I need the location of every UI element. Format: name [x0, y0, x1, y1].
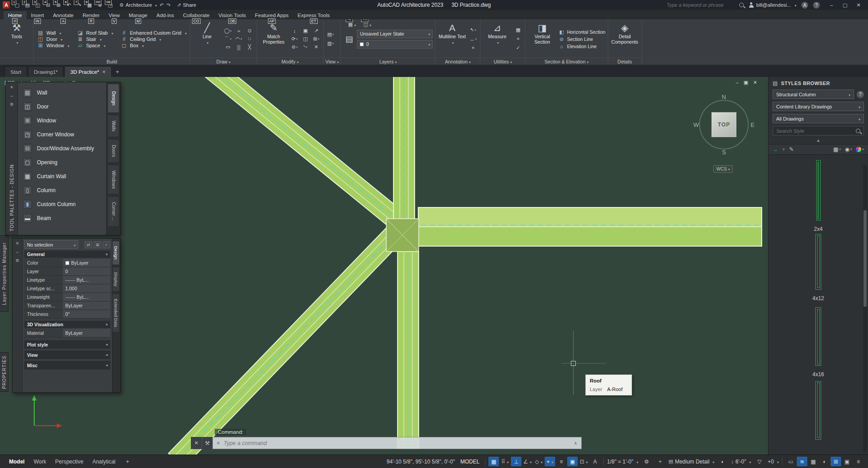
help-icon[interactable]: ? — [813, 2, 820, 9]
center-mark-icon[interactable]: ⌖ — [468, 44, 478, 52]
account-menu[interactable]: bill@allendesi... — [749, 2, 796, 8]
window-button[interactable]: ⊞Window — [36, 42, 70, 49]
section-misc[interactable]: Misc◂ — [24, 361, 110, 369]
style-type-dropdown[interactable]: Structural Column — [773, 90, 854, 99]
layout-tab-work[interactable]: Work — [29, 459, 51, 465]
close-icon[interactable]: ✕ — [102, 70, 106, 74]
dimension-icon[interactable]: ↔ — [468, 35, 478, 43]
arc-icon[interactable]: ⌒ — [223, 35, 233, 43]
save-icon[interactable]: ◫3 — [33, 1, 42, 9]
box-button[interactable]: ◻Box — [119, 42, 187, 49]
add-style-icon[interactable]: + — [782, 146, 785, 153]
qat-extra-icon-2[interactable]: ◳08 — [106, 1, 115, 9]
workspace-switching-icon[interactable]: ▭ — [786, 457, 796, 466]
stair-button[interactable]: ≣Stair — [76, 36, 114, 42]
layer-properties-manager-tab[interactable]: Layer Properties Manager — [0, 235, 9, 312]
new-drawing-button[interactable]: + — [113, 66, 122, 77]
copy-icon[interactable]: ▣ — [301, 27, 310, 35]
stretch-icon[interactable]: ↗ — [312, 27, 321, 35]
palette-tab-doors[interactable]: Doors — [108, 139, 119, 163]
layout-tab-model[interactable]: Model — [5, 459, 29, 465]
customization-icon[interactable]: ≡ — [853, 457, 863, 466]
panel-label-section[interactable]: Section & Elevation — [525, 58, 607, 65]
section-view[interactable]: View◂ — [24, 351, 110, 359]
horizontal-section-button[interactable]: ◧Horizontal Section — [558, 29, 605, 35]
palette-tab-corner[interactable]: Corner ... — [108, 196, 119, 227]
door-button[interactable]: ◫Door — [36, 36, 70, 42]
prop-layer[interactable]: Layer 0 — [24, 267, 110, 276]
donut-icon[interactable]: ⊙ — [245, 27, 254, 35]
roof-slab-button[interactable]: ◪Roof Slab — [76, 30, 114, 36]
close-icon[interactable]: ✕ — [14, 241, 21, 246]
style-search-field[interactable] — [773, 126, 864, 135]
tab-annotate[interactable]: AnnotateA — [48, 11, 78, 19]
select-objects-icon[interactable]: ⊞ — [94, 241, 101, 248]
new-layout-button[interactable]: + — [123, 458, 132, 465]
display-configuration-button[interactable]: ▤Medium Detail — [669, 459, 714, 465]
mirror-icon[interactable]: ◫ — [301, 35, 310, 43]
section-plot-style[interactable]: Plot style◂ — [24, 340, 110, 349]
transparency-icon[interactable]: ▣ — [567, 457, 578, 466]
3d-visualization-section-header[interactable]: 3D Visualization▾ — [24, 321, 110, 328]
rectangle-icon[interactable]: ▭ — [223, 43, 233, 51]
filter-icon[interactable]: ▽ — [754, 457, 764, 466]
model-space-button[interactable]: MODEL — [458, 459, 482, 465]
tools-button[interactable]: ⚒ Tools — [2, 21, 31, 57]
vertical-section-button[interactable]: ◨ Vertical Section — [528, 21, 556, 57]
styles-scrollbar[interactable] — [863, 165, 867, 452]
trim-icon[interactable]: ⊘ — [290, 43, 299, 51]
prop-color[interactable]: Color ByLayer — [24, 259, 110, 267]
palette-properties-icon[interactable]: ⚙ — [9, 102, 15, 107]
display-above-button[interactable]: +0 — [768, 459, 779, 465]
viewcube[interactable]: N S W E TOP — [692, 93, 755, 156]
layout-tab-perspective[interactable]: Perspective — [50, 459, 88, 465]
command-input-field[interactable]: ≡ ∧ — [212, 437, 582, 449]
plot-icon[interactable]: ⊞5 — [54, 1, 63, 9]
tool-opening[interactable]: ▢ Opening — [23, 155, 106, 169]
viewport-close-icon[interactable]: ✕ — [753, 80, 757, 86]
tab-insert[interactable]: InsertIN — [27, 11, 49, 19]
edit-style-icon[interactable]: ✎ — [789, 146, 794, 153]
compass-west[interactable]: W — [693, 122, 699, 128]
hatch-icon[interactable]: ▒ — [234, 43, 244, 51]
qnew-icon[interactable]: ▢1 — [13, 1, 22, 9]
tab-render[interactable]: RenderR — [78, 11, 104, 19]
match-properties-button[interactable]: ✎ Match Properties — [259, 21, 288, 57]
palette-properties-icon[interactable]: ⚙ — [14, 258, 21, 263]
panel-label-utilities[interactable]: Utilities — [480, 58, 525, 65]
measure-button[interactable]: ⊿ Measure — [483, 21, 511, 57]
autohide-icon[interactable]: ⇔ — [14, 249, 21, 255]
prop-transparency[interactable]: Transparen... ByLayer — [24, 302, 110, 310]
save-as-icon[interactable]: ⊟4 — [44, 1, 53, 9]
annotation-scale-button[interactable]: 1/8" = 1'-0" — [607, 459, 638, 465]
spline-icon[interactable]: ≈ — [234, 27, 244, 35]
panel-label-modify[interactable]: Modify — [257, 58, 323, 65]
general-section-header[interactable]: General▾ — [24, 251, 110, 258]
autodesk-app-store-icon[interactable]: A — [801, 2, 808, 9]
collapse-chevron-icon[interactable]: ▲ — [769, 138, 868, 144]
command-input[interactable] — [224, 440, 570, 446]
app-icon[interactable]: A — [3, 1, 10, 9]
region-icon[interactable]: ╳ — [245, 43, 254, 51]
scrollbar-thumb[interactable] — [863, 210, 867, 307]
ortho-icon[interactable]: ⊥ — [511, 457, 521, 466]
qat-extra-icon-1[interactable]: ⊕09 — [95, 1, 104, 9]
viewport-minimize-icon[interactable]: – — [736, 80, 738, 86]
help-icon[interactable]: ? — [857, 91, 864, 98]
maximize-button[interactable]: ▢ — [838, 0, 852, 10]
fillet-icon[interactable]: ◝ — [301, 43, 310, 51]
panel-label-view[interactable]: View — [324, 58, 341, 65]
id-point-icon[interactable]: ⌖ — [513, 35, 523, 43]
tool-corner-window[interactable]: ◳ Corner Window — [23, 127, 106, 141]
close-button[interactable]: ✕ — [852, 0, 865, 10]
rotate-icon[interactable]: ⟳ — [290, 35, 299, 43]
minimize-button[interactable]: – — [825, 0, 838, 10]
detail-components-button[interactable]: ◈ Detail Components — [610, 21, 639, 57]
add-annotation-scales-icon[interactable]: + — [655, 457, 665, 466]
wrench-icon[interactable]: ⚒ — [202, 437, 212, 449]
isodraft-icon[interactable]: ◇ — [533, 457, 544, 466]
enhanced-custom-grid-button[interactable]: #Enhanced Custom Grid — [119, 30, 187, 36]
tool-curtain-wall[interactable]: ▦ Curtain Wall — [23, 169, 106, 183]
toggle-pickadd-icon[interactable]: ⇄ — [85, 241, 92, 248]
style-item-4x16[interactable]: 4x16 — [769, 307, 868, 381]
